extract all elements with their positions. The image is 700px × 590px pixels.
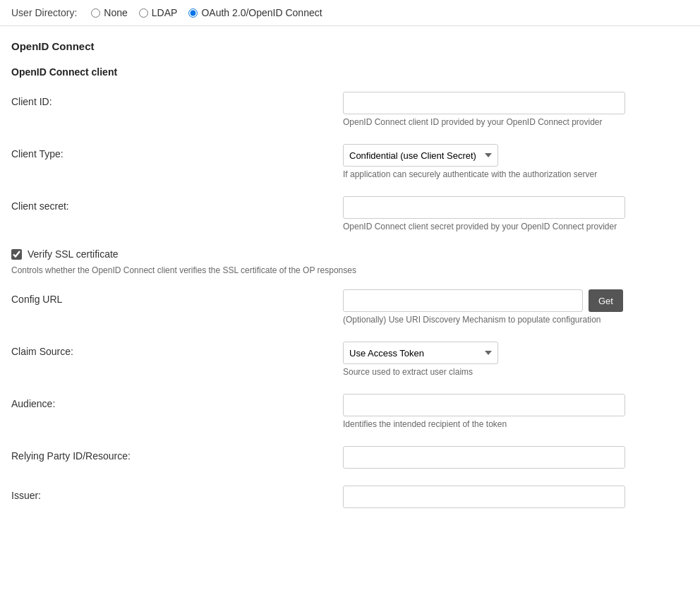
radio-ldap-input[interactable] bbox=[139, 8, 148, 18]
client-type-hint: If application can securely authenticate… bbox=[343, 169, 689, 179]
radio-none-input[interactable] bbox=[91, 8, 100, 18]
verify-ssl-label: Verify SSL certificate bbox=[28, 248, 119, 260]
client-id-row: Client ID: OpenID Connect client ID prov… bbox=[11, 92, 689, 127]
claim-source-field: Use Access Token Use UserInfo Endpoint S… bbox=[343, 342, 689, 377]
claim-source-hint: Source used to extract user claims bbox=[343, 367, 689, 377]
config-url-hint: (Optionally) Use URI Discovery Mechanism… bbox=[343, 315, 689, 325]
openid-section-title: OpenID Connect bbox=[11, 40, 689, 52]
verify-ssl-row: Verify SSL certificate bbox=[11, 248, 689, 260]
audience-row: Audience: Identifies the intended recipi… bbox=[11, 394, 689, 429]
audience-hint: Identifies the intended recipient of the… bbox=[343, 419, 689, 429]
radio-oauth-input[interactable] bbox=[188, 8, 198, 18]
claim-source-row: Claim Source: Use Access Token Use UserI… bbox=[11, 342, 689, 377]
client-id-label: Client ID: bbox=[11, 92, 343, 107]
user-directory-label: User Directory: bbox=[11, 7, 77, 18]
relying-party-row: Relying Party ID/Resource: bbox=[11, 446, 689, 469]
verify-ssl-hint: Controls whether the OpenID Connect clie… bbox=[11, 265, 689, 275]
config-url-field: Get (Optionally) Use URI Discovery Mecha… bbox=[343, 289, 689, 325]
relying-party-field bbox=[343, 446, 689, 469]
client-secret-label: Client secret: bbox=[11, 196, 343, 212]
client-id-hint: OpenID Connect client ID provided by you… bbox=[343, 117, 689, 127]
client-type-field: Confidential (use Client Secret) Public … bbox=[343, 144, 689, 179]
verify-ssl-checkbox[interactable] bbox=[11, 249, 22, 260]
radio-none[interactable]: None bbox=[91, 7, 127, 18]
user-directory-radio-group: None LDAP OAuth 2.0/OpenID Connect bbox=[91, 7, 322, 18]
config-url-input[interactable] bbox=[343, 289, 583, 312]
config-url-label: Config URL bbox=[11, 289, 343, 305]
radio-none-label: None bbox=[104, 7, 127, 18]
client-secret-hint: OpenID Connect client secret provided by… bbox=[343, 222, 689, 231]
client-secret-row: Client secret: OpenID Connect client sec… bbox=[11, 196, 689, 231]
config-url-input-row: Get bbox=[343, 289, 689, 312]
client-type-label: Client Type: bbox=[11, 144, 343, 159]
main-content: OpenID Connect OpenID Connect client Cli… bbox=[0, 26, 700, 539]
openid-client-section-title: OpenID Connect client bbox=[11, 66, 689, 78]
radio-oauth-label: OAuth 2.0/OpenID Connect bbox=[201, 7, 322, 18]
get-button[interactable]: Get bbox=[589, 289, 623, 312]
client-id-input[interactable] bbox=[343, 92, 625, 114]
audience-field: Identifies the intended recipient of the… bbox=[343, 394, 689, 429]
relying-party-label: Relying Party ID/Resource: bbox=[11, 446, 343, 462]
user-directory-bar: User Directory: None LDAP OAuth 2.0/Open… bbox=[0, 0, 700, 26]
claim-source-label: Claim Source: bbox=[11, 342, 343, 357]
issuer-field bbox=[343, 486, 689, 508]
radio-ldap-label: LDAP bbox=[152, 7, 178, 18]
audience-input[interactable] bbox=[343, 394, 625, 416]
issuer-label: Issuer: bbox=[11, 486, 343, 501]
client-secret-input[interactable] bbox=[343, 196, 625, 219]
issuer-row: Issuer: bbox=[11, 486, 689, 508]
client-type-select[interactable]: Confidential (use Client Secret) Public bbox=[343, 144, 498, 167]
client-id-field: OpenID Connect client ID provided by you… bbox=[343, 92, 689, 127]
radio-oauth[interactable]: OAuth 2.0/OpenID Connect bbox=[188, 7, 322, 18]
client-type-row: Client Type: Confidential (use Client Se… bbox=[11, 144, 689, 179]
radio-ldap[interactable]: LDAP bbox=[139, 7, 178, 18]
client-secret-field: OpenID Connect client secret provided by… bbox=[343, 196, 689, 231]
claim-source-select[interactable]: Use Access Token Use UserInfo Endpoint bbox=[343, 342, 498, 364]
relying-party-input[interactable] bbox=[343, 446, 625, 469]
config-url-row: Config URL Get (Optionally) Use URI Disc… bbox=[11, 289, 689, 325]
issuer-input[interactable] bbox=[343, 486, 625, 508]
audience-label: Audience: bbox=[11, 394, 343, 409]
